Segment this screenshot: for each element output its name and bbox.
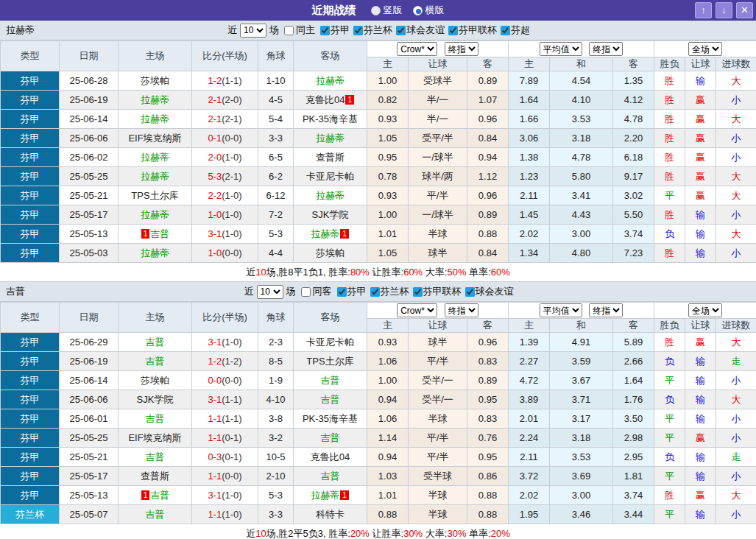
league-cell: 芬甲	[1, 429, 60, 448]
result-goals-cell: 大	[716, 167, 756, 186]
handicap-away-odds: 0.96	[467, 110, 509, 129]
league-cell: 芬甲	[1, 352, 60, 371]
avg-draw-odds: 3.46	[550, 505, 613, 524]
halftime-score: (0-0)	[222, 247, 241, 258]
europe-odds-select[interactable]: 平均值	[540, 42, 582, 56]
league-label: 芬超	[511, 24, 530, 37]
team-label: 拉赫蒂	[316, 190, 345, 201]
handicap-away-odds: 0.83	[467, 409, 509, 429]
close-button[interactable]: ✕	[736, 2, 753, 18]
fulltime-score: 3-1	[208, 337, 222, 348]
league-cell: 芬甲	[1, 225, 60, 244]
result-scope-select[interactable]: 全场	[688, 42, 722, 56]
away-team-cell: 卡亚尼卡帕	[294, 167, 367, 186]
same-venue-checkbox[interactable]	[284, 26, 294, 35]
section-header-bar: 吉普 近 10 场 同客 芬甲芬兰杯芬甲联杯球会友谊	[0, 282, 756, 302]
odds-company-select[interactable]: Crow*	[397, 42, 437, 56]
score-cell: 3-1(1-1)	[192, 390, 258, 409]
card-badge: 1	[141, 490, 150, 500]
handicap-line: 受半/一	[409, 390, 467, 409]
sub-col-8: 进球数	[716, 319, 756, 333]
result-handicap-cell: 赢	[685, 333, 716, 352]
move-down-button[interactable]: ↓	[716, 2, 732, 18]
section-header-bar: 拉赫蒂 近 10 场 同主 芬甲芬兰杯球会友谊芬甲联杯芬超	[0, 21, 756, 40]
games-count-select[interactable]: 10	[240, 24, 266, 38]
score-cell: 2-0(1-0)	[192, 148, 258, 167]
same-venue-checkbox[interactable]	[301, 287, 311, 297]
games-count-select[interactable]: 10	[257, 285, 283, 299]
odds-time-select[interactable]: 终指	[445, 303, 478, 317]
handicap-line: 受半/一	[409, 371, 467, 390]
europe-time-select[interactable]: 终指	[589, 42, 623, 56]
odds-time-select[interactable]: 终指	[445, 42, 478, 56]
team-label: SJK学院	[137, 394, 174, 405]
league-cell: 芬甲	[1, 71, 60, 91]
vertical-layout-radio[interactable]	[371, 6, 381, 15]
avg-draw-odds: 4.78	[550, 148, 613, 167]
result-value: 输	[696, 228, 705, 239]
league-cell: 芬甲	[1, 91, 60, 110]
halftime-score: (0-1)	[222, 451, 241, 462]
home-team-cell: 拉赫蒂	[119, 244, 192, 263]
league-label: 芬兰杯	[381, 285, 409, 298]
result-goals-cell: 大	[716, 486, 756, 505]
result-value: 输	[696, 471, 705, 482]
away-team-cell: 拉赫蒂	[294, 186, 367, 205]
fulltime-score: 0-0	[208, 375, 222, 386]
score-cell: 2-1(2-0)	[192, 91, 258, 110]
result-handicap-cell: 输	[685, 244, 716, 263]
avg-home-odds: 1.45	[509, 205, 550, 225]
league-checkbox[interactable]	[448, 26, 458, 35]
result-wdl-cell: 胜	[654, 244, 685, 263]
result-value: 小	[732, 432, 741, 443]
avg-draw-odds: 3.18	[550, 429, 613, 448]
handicap-home-odds: 1.00	[367, 371, 409, 390]
home-team-cell: 吉普	[119, 448, 192, 467]
team-label: 拉赫蒂	[141, 152, 169, 163]
avg-away-odds: 1.35	[613, 71, 654, 91]
handicap-away-odds: 0.89	[467, 371, 509, 390]
league-checkbox[interactable]	[465, 287, 475, 297]
team-label: 吉普	[150, 490, 169, 501]
team-label: 吉普	[146, 413, 165, 424]
europe-odds-select[interactable]: 平均值	[540, 303, 582, 317]
avg-home-odds: 1.95	[509, 505, 550, 524]
handicap-line: 一/球半	[409, 148, 467, 167]
result-value: 赢	[696, 152, 705, 163]
away-team-cell: 克鲁比04	[294, 448, 367, 467]
result-value: 负	[665, 356, 674, 367]
date-cell: 25-06-06	[60, 129, 119, 148]
league-checkbox[interactable]	[501, 26, 510, 35]
match-row: 芬甲25-05-17查普斯1-1(0-0)2-10吉普1.03受半球0.863.…	[1, 467, 756, 486]
league-checkbox[interactable]	[337, 287, 347, 297]
horizontal-layout-radio[interactable]	[413, 6, 423, 15]
handicap-home-odds: 0.95	[367, 148, 409, 167]
away-team-cell: TPS土尔库	[294, 352, 367, 371]
avg-home-odds: 3.72	[509, 467, 550, 486]
odds-company-select[interactable]: Crow*	[397, 303, 437, 317]
handicap-away-odds: 0.96	[467, 333, 509, 352]
league-checkbox[interactable]	[353, 26, 363, 35]
handicap-away-odds: 0.86	[467, 467, 509, 486]
team-section: 拉赫蒂 近 10 场 同主 芬甲芬兰杯球会友谊芬甲联杯芬超 类	[0, 21, 756, 282]
score-cell: 2-2(1-0)	[192, 186, 258, 205]
result-handicap-cell: 输	[685, 205, 716, 225]
avg-away-odds: 3.50	[613, 409, 654, 429]
halftime-score: (2-1)	[222, 113, 241, 124]
result-handicap-cell: 输	[685, 71, 716, 91]
corner-cell: 2-3	[258, 333, 294, 352]
avg-draw-odds: 3.53	[550, 448, 613, 467]
league-checkbox[interactable]	[320, 26, 330, 35]
europe-time-select[interactable]: 终指	[589, 303, 623, 317]
corner-cell: 6-5	[258, 148, 294, 167]
table-body: 芬甲25-06-29吉普3-1(1-0)2-3卡亚尼卡帕0.93球半0.961.…	[1, 333, 756, 524]
league-checkbox[interactable]	[413, 287, 423, 297]
result-wdl-cell: 负	[654, 225, 685, 244]
match-row: 芬甲25-05-17拉赫蒂1-0(1-0)7-2SJK学院1.00一/球半0.8…	[1, 205, 756, 225]
team-label: 莎埃帕	[316, 247, 345, 258]
summary-segment: 10	[255, 528, 266, 539]
result-scope-select[interactable]: 全场	[688, 303, 722, 317]
move-up-button[interactable]: ↑	[695, 2, 712, 18]
league-checkbox[interactable]	[396, 26, 406, 35]
league-checkbox[interactable]	[370, 287, 380, 297]
